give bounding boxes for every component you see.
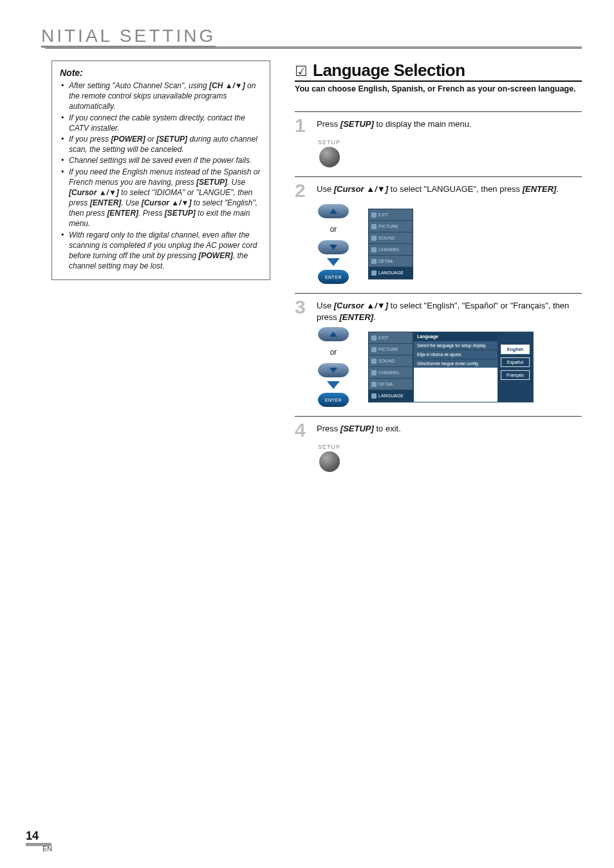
channel-icon [371, 247, 377, 252]
step-text: Use [Cursor ▲/▼] to select "English", "E… [317, 297, 582, 323]
cursor-down-icon [318, 240, 349, 254]
language-option-francais: Français [501, 370, 530, 380]
cursor-arrows-graphic: or ENTER [318, 327, 349, 407]
sound-icon [371, 236, 377, 241]
step-text: Press [SETUP] to display the main menu. [317, 116, 472, 130]
cursor-arrows-graphic: or ENTER [318, 204, 349, 284]
cursor-up-icon [318, 204, 349, 218]
step-3: 3 Use [Cursor ▲/▼] to select "English", … [295, 293, 582, 407]
step-number: 4 [295, 420, 309, 440]
section-heading-row: ☑ Language Selection [295, 61, 582, 82]
menu-item-picture: PICTURE [369, 344, 413, 355]
section-title: Language Selection [313, 61, 465, 80]
note-item: If you press [POWER] or [SETUP] during a… [60, 134, 262, 155]
osd-menu: EXIT PICTURE SOUND CHANNEL DETAIL LANGUA… [368, 332, 413, 402]
round-button-icon [319, 451, 340, 472]
check-icon: ☑ [295, 63, 308, 80]
menu-item-detail: DETAIL [369, 256, 413, 267]
setup-label: SETUP [318, 444, 340, 450]
setup-button-graphic: SETUP [318, 444, 340, 472]
detail-icon [371, 382, 377, 387]
language-options-panel: Language Select the language for setup d… [413, 332, 534, 402]
language-option-english: English [501, 344, 530, 354]
section-subtitle: You can choose English, Spanish, or Fren… [295, 84, 582, 93]
note-item: If you connect the cable system directly… [60, 113, 262, 133]
cursor-down-icon [318, 363, 349, 377]
page-header: NITIAL SETTING [45, 26, 582, 49]
channel-icon [371, 370, 377, 375]
note-heading: Note: [60, 68, 262, 78]
note-item: If you need the English menus instead of… [60, 167, 262, 229]
enter-button-icon: ENTER [318, 393, 349, 407]
language-heading: Language [414, 332, 498, 341]
note-list: After setting "Auto Channel Scan", using… [60, 80, 262, 271]
language-icon [371, 270, 377, 276]
menu-item-channel: CHANNEL [369, 244, 413, 256]
step-4: 4 Press [SETUP] to exit. SETUP [295, 416, 582, 472]
or-label: or [330, 225, 337, 234]
language-desc-fr: Sélectionner langue écran config. [414, 359, 498, 368]
exit-icon [371, 335, 377, 341]
note-box: Note: After setting "Auto Channel Scan",… [51, 61, 270, 280]
menu-item-detail: DETAIL [369, 379, 413, 390]
step-2: 2 Use [Cursor ▲/▼] to select "LANGUAGE",… [295, 176, 582, 284]
header-title: NITIAL SETTING [41, 26, 582, 46]
menu-item-language: LANGUAGE [369, 390, 413, 402]
picture-icon [371, 224, 377, 229]
language-desc-es: Elija el idioma de ajuste. [414, 350, 498, 359]
language-icon [371, 393, 377, 399]
menu-item-exit: EXIT [369, 332, 413, 344]
cursor-up-icon [318, 327, 349, 341]
sound-icon [371, 359, 377, 364]
enter-button-icon: ENTER [318, 270, 349, 284]
language-option-espanol: Español [501, 357, 530, 367]
menu-item-language: LANGUAGE [369, 267, 413, 279]
note-item: After setting "Auto Channel Scan", using… [60, 80, 262, 112]
arrow-down-icon [327, 258, 340, 266]
setup-button-graphic: SETUP [318, 139, 340, 167]
menu-item-picture: PICTURE [369, 221, 413, 232]
or-label: or [330, 348, 337, 357]
picture-icon [371, 347, 377, 352]
round-button-icon [319, 147, 340, 167]
menu-item-exit: EXIT [369, 209, 413, 221]
page-footer: 14 EN [26, 829, 52, 853]
note-item: Channel settings will be saved even if t… [60, 155, 262, 165]
detail-icon [371, 259, 377, 264]
osd-language-panel: EXIT PICTURE SOUND CHANNEL DETAIL LANGUA… [368, 332, 534, 402]
step-number: 2 [295, 181, 309, 200]
language-desc-en: Select the language for setup display. [414, 341, 498, 350]
step-1: 1 Press [SETUP] to display the main menu… [295, 111, 582, 167]
osd-menu: EXIT PICTURE SOUND CHANNEL DETAIL LANGUA… [368, 209, 413, 279]
page-number: 14 [26, 829, 51, 846]
step-text: Use [Cursor ▲/▼] to select "LANGUAGE", t… [317, 181, 559, 195]
menu-item-sound: SOUND [369, 232, 413, 244]
step-number: 1 [295, 116, 309, 135]
step-number: 3 [295, 297, 309, 317]
setup-label: SETUP [318, 139, 340, 146]
step-text: Press [SETUP] to exit. [317, 420, 401, 435]
menu-item-sound: SOUND [369, 355, 413, 367]
page-language: EN [42, 845, 52, 853]
exit-icon [371, 212, 377, 218]
arrow-down-icon [327, 381, 340, 389]
note-item: With regard only to the digital channel,… [60, 230, 262, 272]
menu-item-channel: CHANNEL [369, 367, 413, 379]
